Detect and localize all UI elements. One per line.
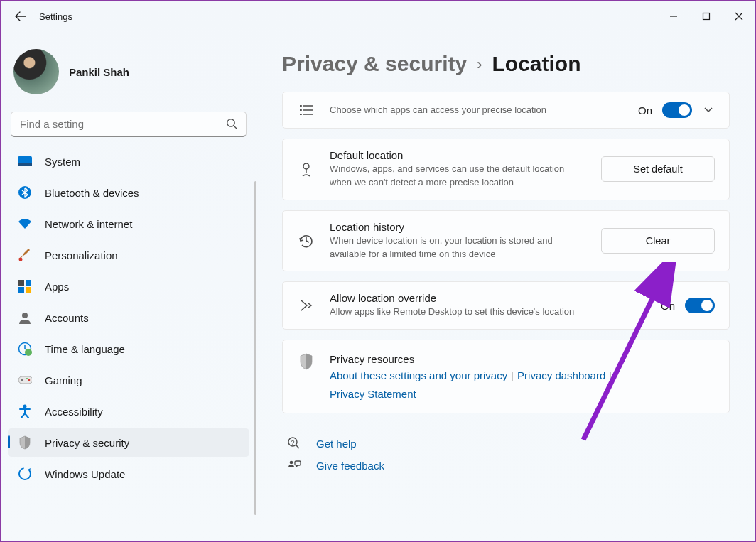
link-label: Get help [316,438,357,450]
sidebar-item-network[interactable]: Network & internet [8,210,249,238]
svg-rect-28 [295,461,301,465]
back-button[interactable] [14,9,28,23]
svg-point-22 [300,109,301,111]
search-input[interactable] [11,112,247,137]
svg-point-7 [19,258,23,261]
brush-icon [18,248,32,262]
sidebar-item-accessibility[interactable]: Accessibility [8,397,249,426]
svg-point-14 [25,349,32,356]
override-icon [297,298,315,313]
svg-point-21 [300,105,301,107]
wifi-icon [18,217,32,231]
help-icon: ? [286,436,302,450]
svg-point-23 [300,114,301,115]
svg-point-27 [290,461,293,465]
breadcrumb-parent[interactable]: Privacy & security [282,52,467,76]
maximize-button[interactable] [690,5,723,28]
footer-links: ? Get help Give feedback [282,432,730,476]
sidebar-item-personalization[interactable]: Personalization [8,241,249,269]
svg-rect-11 [26,287,31,293]
nav-label: Accounts [45,312,89,324]
link-privacy-statement[interactable]: Privacy Statement [330,388,416,400]
card-location-history: Location history When device location is… [282,210,730,272]
link-label: Give feedback [316,460,384,472]
main-content: Privacy & security › Location Choose whi… [256,32,755,541]
sidebar-item-system[interactable]: System [8,147,249,175]
maximize-icon [702,12,711,21]
scrollbar[interactable] [254,181,256,515]
override-toggle[interactable] [685,298,715,313]
shield-icon [18,435,32,450]
sidebar-item-gaming[interactable]: Gaming [8,366,249,394]
window-controls [657,5,755,28]
svg-point-17 [28,379,31,381]
card-title: Location history [330,221,587,233]
card-precise-location[interactable]: Choose which apps can access your precis… [282,92,730,129]
profile[interactable]: Pankil Shah [6,45,251,107]
search-icon [226,118,238,133]
link-about-settings[interactable]: About these settings and your privacy [330,369,507,381]
sidebar-item-update[interactable]: Windows Update [8,460,249,488]
svg-point-24 [303,163,309,169]
app-title: Settings [39,11,72,22]
chevron-down-icon[interactable] [702,107,715,114]
apps-icon [18,279,32,293]
get-help-link[interactable]: ? Get help [282,432,730,455]
shield-icon [297,353,315,370]
minimize-icon [669,12,678,21]
close-button[interactable] [723,5,755,28]
svg-line-3 [234,126,237,129]
svg-rect-9 [26,280,31,286]
sidebar-item-privacy[interactable]: Privacy & security [8,428,249,457]
nav: System Bluetooth & devices Network & int… [6,147,251,488]
sidebar-item-accounts[interactable]: Accounts [8,303,249,332]
svg-point-2 [227,119,234,126]
sidebar: Pankil Shah System Bluetooth & devices N… [1,32,256,541]
titlebar: Settings [1,1,755,32]
sidebar-item-bluetooth[interactable]: Bluetooth & devices [8,178,249,207]
accessibility-icon [18,404,32,418]
set-default-button[interactable]: Set default [601,156,715,182]
history-icon [297,232,315,249]
nav-label: Windows Update [45,468,125,480]
toggle-state: On [661,300,675,312]
sidebar-item-apps[interactable]: Apps [8,272,249,300]
nav-label: Accessibility [45,406,103,418]
breadcrumb-current: Location [492,52,580,76]
link-privacy-dashboard[interactable]: Privacy dashboard [517,369,605,381]
nav-label: Gaming [45,374,82,386]
card-location-override: Allow location override Allow apps like … [282,281,730,330]
update-icon [18,467,32,481]
nav-label: Bluetooth & devices [45,187,139,199]
system-icon [18,154,32,168]
svg-point-19 [23,405,27,408]
precise-location-toggle[interactable] [662,102,692,118]
feedback-icon [286,459,302,472]
search-wrap [11,112,247,137]
card-privacy-resources: Privacy resources About these settings a… [282,340,730,413]
sidebar-item-time[interactable]: Time & language [8,335,249,363]
clear-button[interactable]: Clear [601,228,715,254]
breadcrumb: Privacy & security › Location [282,52,730,76]
nav-label: Privacy & security [45,437,129,449]
card-desc: Windows, apps, and services can use the … [330,163,587,190]
link-separator: | [507,369,517,381]
minimize-button[interactable] [657,5,690,28]
svg-point-18 [26,378,28,379]
svg-rect-5 [18,163,32,166]
give-feedback-link[interactable]: Give feedback [282,455,730,476]
close-icon [735,12,743,21]
pin-icon [297,161,315,178]
card-title: Default location [330,149,587,161]
gamepad-icon [18,373,32,387]
svg-point-16 [21,379,23,381]
card-default-location: Default location Windows, apps, and serv… [282,139,730,200]
svg-rect-8 [18,280,24,286]
card-desc: Allow apps like Remote Desktop to set th… [330,305,647,319]
nav-label: System [45,156,80,168]
svg-rect-10 [18,287,24,293]
svg-point-12 [22,313,28,318]
card-title: Privacy resources [330,353,715,365]
nav-label: Personalization [45,249,118,261]
svg-rect-1 [703,13,710,20]
